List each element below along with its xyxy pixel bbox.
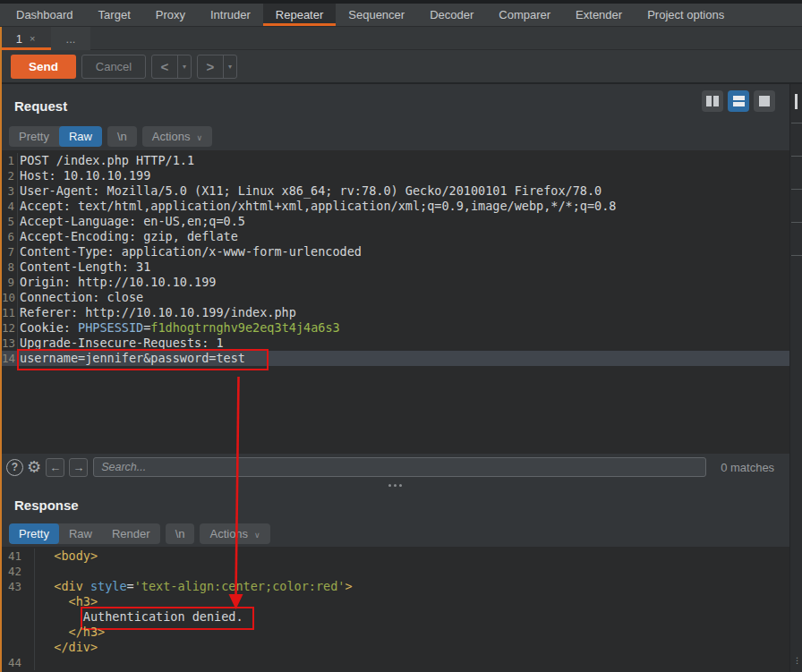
menu-item-comparer[interactable]: Comparer [486,4,563,26]
line-content: Accept: text/html,application/xhtml+xml,… [18,199,616,214]
code-line[interactable]: 14username=jennifer&password=test [2,351,789,366]
response-raw-tab[interactable]: Raw [59,523,102,544]
code-line[interactable]: 3User-Agent: Mozilla/5.0 (X11; Linux x86… [2,183,789,199]
repeater-tab-more[interactable]: ... [51,27,90,50]
code-segment: style [83,579,127,593]
line-number: 6 [2,229,18,244]
window-accent-border [0,27,2,672]
menu-item-target[interactable]: Target [86,4,143,26]
forward-dropdown-icon[interactable]: ▾ [223,55,236,78]
layout-columns-button[interactable] [702,90,723,112]
code-line[interactable]: 11Referer: http://10.10.10.199/index.php [2,305,789,320]
inspector-divider [791,222,802,223]
code-line[interactable]: 44 [2,655,789,670]
line-content [35,655,39,670]
code-line[interactable]: 13Upgrade-Insecure-Requests: 1 [2,336,789,351]
menu-item-decoder[interactable]: Decoder [417,4,486,26]
line-content: Authentication denied. [35,609,243,625]
code-segment: User-Agent: Mozilla/5.0 (X11; Linux x86_… [20,183,602,198]
help-icon[interactable]: ? [6,459,23,476]
menu-item-proxy[interactable]: Proxy [143,4,198,26]
request-newline-toggle[interactable]: \n [107,126,137,147]
request-raw-tab[interactable]: Raw [59,126,102,147]
code-line[interactable]: 4Accept: text/html,application/xhtml+xml… [2,199,789,214]
line-number: 12 [2,320,18,336]
request-actions-menu[interactable]: Actions∨ [142,126,212,147]
line-number [2,609,35,625]
gear-icon[interactable]: ⚙ [27,459,41,476]
menu-item-sequencer[interactable]: Sequencer [336,4,417,26]
layout-single-button[interactable] [754,90,775,112]
cancel-button[interactable]: Cancel [81,55,146,79]
line-number [2,594,35,609]
line-content: Host: 10.10.10.199 [18,168,150,183]
forward-arrow-icon[interactable]: > [198,55,223,78]
columns-icon-bar [713,96,719,106]
menu-item-project-options[interactable]: Project options [635,4,737,26]
line-number: 8 [2,259,18,275]
code-line[interactable]: 42 [2,564,789,579]
search-next-button[interactable]: → [69,458,88,477]
code-line[interactable]: Authentication denied. [2,609,789,625]
menu-item-repeater[interactable]: Repeater [263,4,336,26]
request-toolbar: Pretty Raw \n Actions∨ [9,126,212,147]
chevron-down-icon: ∨ [254,531,260,540]
inspector-divider [791,123,802,123]
history-forward-button[interactable]: > ▾ [197,55,237,79]
chevron-down-icon: ∨ [196,133,202,142]
code-line[interactable]: </div> [2,640,789,655]
panel-splitter-handle[interactable] [0,481,789,489]
layout-rows-button[interactable] [728,90,749,112]
request-panel-title: Request [14,98,67,114]
code-line[interactable]: 43 <div style='text-align:center;color:r… [2,579,789,594]
response-pretty-tab[interactable]: Pretty [9,523,59,544]
menu-item-extender[interactable]: Extender [563,4,635,26]
code-line[interactable]: 12Cookie: PHPSESSID=f1dhogtrnghv9e2eq3t4… [2,320,789,336]
back-dropdown-icon[interactable]: ▾ [177,55,191,78]
history-back-button[interactable]: < ▾ [151,55,192,79]
response-render-tab[interactable]: Render [102,523,160,544]
back-arrow-icon[interactable]: < [152,55,177,78]
search-input[interactable] [93,457,706,477]
line-number: 4 [2,199,18,214]
code-line[interactable]: 7Content-Type: application/x-www-form-ur… [2,244,789,259]
code-line[interactable]: 1POST /index.php HTTP/1.1 [2,153,789,168]
repeater-tab-1[interactable]: 1 × [0,27,51,50]
menu-item-intruder[interactable]: Intruder [198,4,263,26]
tab-close-icon[interactable]: × [30,33,35,44]
line-content: </div> [35,640,98,655]
code-line[interactable]: 41 <body> [2,549,789,564]
search-prev-button[interactable]: ← [46,458,64,477]
inspector-collapsed-strip[interactable]: ⋮⋮ [789,84,802,672]
line-number: 11 [2,305,18,320]
request-pretty-tab[interactable]: Pretty [9,126,59,147]
code-segment [39,594,69,608]
code-line[interactable]: 6Accept-Encoding: gzip, deflate [2,229,789,244]
line-content: Accept-Encoding: gzip, deflate [18,229,238,244]
response-newline-toggle[interactable]: \n [166,523,195,544]
code-segment: > [345,579,352,593]
code-segment: Cookie: [20,320,78,335]
code-segment: = [127,579,134,593]
line-number: 13 [2,336,18,351]
response-actions-menu[interactable]: Actions∨ [200,523,269,544]
line-content: Accept-Language: en-US,en;q=0.5 [18,214,245,229]
code-line[interactable]: 9Origin: http://10.10.10.199 [2,275,789,290]
code-line[interactable]: 8Content-Length: 31 [2,259,789,275]
actions-label: Actions [209,527,248,540]
code-line[interactable]: 10Connection: close [2,290,789,305]
request-editor[interactable]: 1POST /index.php HTTP/1.12Host: 10.10.10… [2,150,789,454]
code-line[interactable]: 5Accept-Language: en-US,en;q=0.5 [2,214,789,229]
send-button[interactable]: Send [11,55,76,79]
code-line[interactable]: <h3> [2,594,789,609]
code-line[interactable]: 2Host: 10.10.10.199 [2,168,789,183]
code-segment [39,625,69,639]
line-number: 2 [2,168,18,183]
code-segment: <body> [54,549,98,563]
inspector-drag-dots[interactable]: ⋮⋮ [793,657,802,665]
code-line[interactable]: </h3> [2,625,789,640]
menu-item-dashboard[interactable]: Dashboard [4,4,86,26]
inspector-label-mark [795,94,798,109]
response-editor[interactable]: 41 <body>4243 <div style='text-align:cen… [2,547,789,672]
code-segment [39,609,83,624]
